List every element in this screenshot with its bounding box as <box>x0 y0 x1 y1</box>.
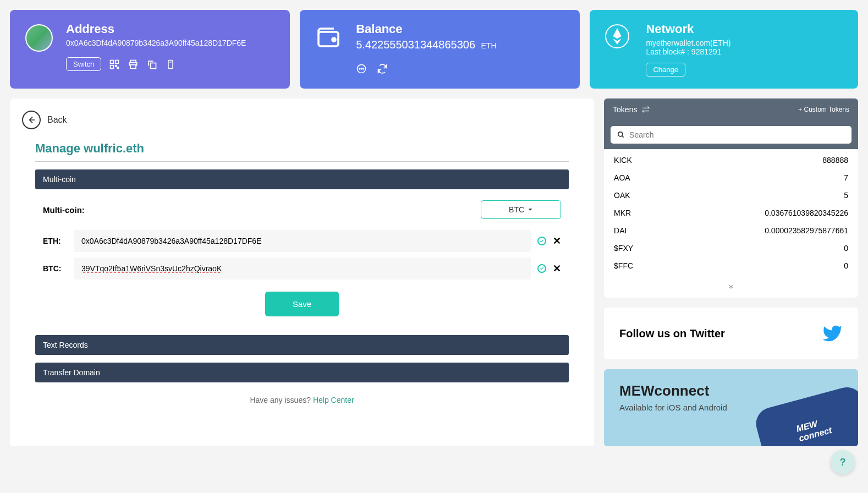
device-icon[interactable] <box>165 59 176 70</box>
token-symbol: $FFC <box>614 261 633 270</box>
wallet-icon <box>315 24 342 51</box>
token-symbol: MKR <box>614 209 631 217</box>
eth-logo-icon <box>605 24 629 48</box>
balance-card: Balance 5.422555031344865306 ETH <box>300 10 580 89</box>
token-value: 0.000023582975877661 <box>765 226 848 235</box>
change-network-button[interactable]: Change <box>646 63 685 76</box>
back-label: Back <box>47 115 67 125</box>
address-title: Address <box>66 22 274 36</box>
section-multicoin[interactable]: Multi-coin <box>35 169 569 189</box>
network-title: Network <box>646 22 843 36</box>
expand-tokens-button[interactable] <box>604 277 858 298</box>
check-icon <box>537 264 546 273</box>
svg-point-13 <box>359 68 360 69</box>
section-text-records[interactable]: Text Records <box>35 335 569 355</box>
network-provider: myetherwallet.com(ETH) <box>646 39 843 47</box>
svg-rect-1 <box>116 60 119 63</box>
coin-row-eth: ETH: ✕ <box>43 230 561 252</box>
token-symbol: AOA <box>614 173 630 182</box>
svg-point-11 <box>332 38 336 41</box>
network-block: Last block# : 9281291 <box>646 47 843 56</box>
svg-rect-3 <box>116 65 117 67</box>
svg-point-14 <box>361 68 362 69</box>
token-row[interactable]: AOA7 <box>604 169 858 187</box>
address-card: Address 0x0A6c3Df4dA90879b3426a3A90ff45a… <box>10 10 290 89</box>
svg-rect-0 <box>111 60 114 63</box>
search-icon <box>617 131 625 139</box>
svg-rect-2 <box>111 65 114 68</box>
svg-rect-4 <box>117 67 119 69</box>
help-badge[interactable]: ? <box>831 450 855 456</box>
token-symbol: $FXY <box>614 244 633 253</box>
token-value: 0 <box>844 244 848 253</box>
svg-point-16 <box>618 132 623 136</box>
more-icon[interactable] <box>356 63 367 74</box>
token-row[interactable]: $FFC0 <box>604 257 858 275</box>
token-value: 0.036761039820345226 <box>765 209 848 217</box>
chevron-down-icon <box>726 283 736 290</box>
svg-point-15 <box>363 68 364 69</box>
coin-input-eth[interactable] <box>74 230 531 252</box>
balance-title: Balance <box>356 22 564 36</box>
coin-label-btc: BTC: <box>43 264 67 273</box>
token-value: 5 <box>844 191 848 200</box>
switch-button[interactable]: Switch <box>66 57 101 71</box>
coin-select-value: BTC <box>509 205 524 214</box>
custom-tokens-button[interactable]: + Custom Tokens <box>798 106 849 113</box>
tokens-title: Tokens <box>613 105 637 114</box>
mewconnect-panel[interactable]: MEWconnect Available for iOS and Android… <box>604 369 858 446</box>
token-symbol: KICK <box>614 156 632 165</box>
token-row[interactable]: $FXY0 <box>604 239 858 257</box>
print-icon[interactable] <box>128 59 139 70</box>
svg-line-17 <box>622 136 624 138</box>
svg-rect-8 <box>168 60 173 68</box>
section-transfer-domain[interactable]: Transfer Domain <box>35 363 569 382</box>
copy-icon[interactable] <box>146 59 157 70</box>
save-button[interactable]: Save <box>265 292 339 316</box>
remove-row-button[interactable]: ✕ <box>553 235 561 247</box>
coin-select[interactable]: BTC <box>481 200 561 219</box>
balance-unit: ETH <box>481 41 497 50</box>
token-row[interactable]: DAI0.000023582975877661 <box>604 222 858 239</box>
svg-rect-7 <box>151 63 156 68</box>
refresh-icon[interactable] <box>377 63 388 74</box>
tokens-panel: Tokens + Custom Tokens KICK888888AOA7OAK… <box>604 98 858 298</box>
swap-icon[interactable] <box>641 105 650 114</box>
issues-row: Have any issues? Help Center <box>35 396 569 404</box>
coin-input-btc[interactable] <box>74 258 531 280</box>
token-search-input[interactable] <box>629 130 845 139</box>
back-button[interactable] <box>22 111 41 129</box>
token-symbol: OAK <box>614 191 630 200</box>
token-value: 7 <box>844 173 848 182</box>
multicoin-label: Multi-coin: <box>43 205 85 215</box>
token-symbol: DAI <box>614 226 627 235</box>
token-row[interactable]: MKR0.036761039820345226 <box>604 204 858 222</box>
token-value: 0 <box>844 261 848 270</box>
balance-value: 5.422555031344865306 <box>356 39 475 51</box>
twitter-text: Follow us on Twitter <box>619 327 725 340</box>
coin-label-eth: ETH: <box>43 237 67 245</box>
twitter-panel[interactable]: Follow us on Twitter <box>604 308 858 359</box>
avatar-icon <box>25 24 53 52</box>
check-icon <box>537 237 546 245</box>
token-value: 888888 <box>822 156 848 165</box>
address-value: 0x0A6c3Df4dA90879b3426a3A90ff45a128D17DF… <box>66 39 274 47</box>
svg-rect-6 <box>130 64 136 68</box>
network-card: Network myetherwallet.com(ETH) Last bloc… <box>590 10 858 89</box>
help-center-link[interactable]: Help Center <box>313 396 354 404</box>
twitter-icon <box>822 323 843 344</box>
chevron-down-icon <box>528 207 533 212</box>
token-row[interactable]: OAK5 <box>604 187 858 204</box>
qr-icon[interactable] <box>109 59 120 70</box>
token-row[interactable]: KICK888888 <box>604 151 858 169</box>
coin-row-btc: BTC: ✕ <box>43 258 561 280</box>
manage-title: Manage wulfric.eth <box>35 141 569 162</box>
remove-row-button[interactable]: ✕ <box>553 262 561 275</box>
main-panel: Back Manage wulfric.eth Multi-coin Multi… <box>10 98 594 446</box>
